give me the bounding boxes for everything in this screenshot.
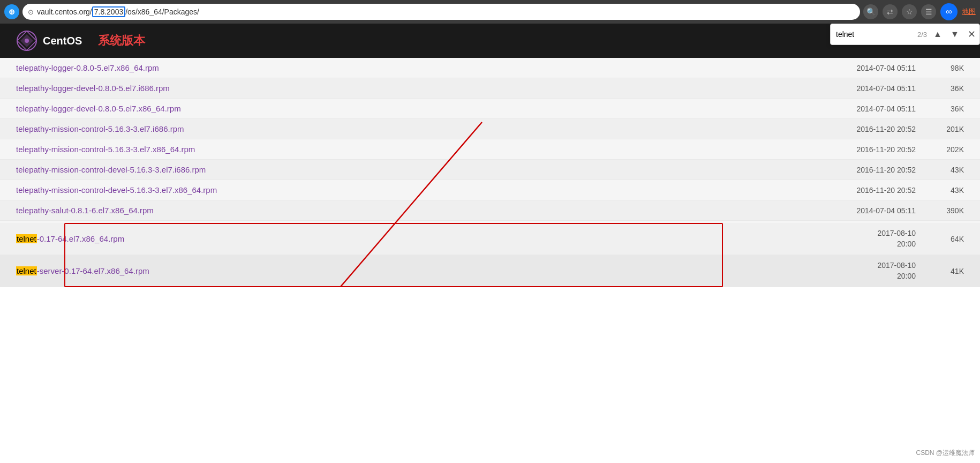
file-date: 2017-08-1020:00 (819, 260, 916, 281)
file-size: 98K (932, 64, 964, 72)
search-page-button[interactable]: 🔍 (863, 4, 878, 19)
file-link[interactable]: telepathy-logger-0.8.0-5.el7.x86_64.rpm (16, 63, 819, 72)
telnet-highlight-word: telnet (16, 234, 37, 243)
file-link[interactable]: telepathy-mission-control-devel-5.16.3-3… (16, 185, 819, 195)
svg-point-1 (25, 39, 29, 43)
file-size: 43K (932, 186, 964, 195)
file-date: 2014-07-04 05:11 (819, 64, 916, 72)
telnet-file-row: telnet-0.17-64.el7.x86_64.rpm 2017-08-10… (0, 223, 980, 255)
profile-button[interactable]: ☰ (921, 4, 936, 19)
file-size: 390K (932, 206, 964, 215)
file-size: 202K (932, 145, 964, 154)
file-row: telepathy-logger-devel-0.8.0-5.el7.x86_6… (0, 99, 980, 119)
telnet-server-file-row: telnet-server-0.17-64.el7.x86_64.rpm 201… (0, 255, 980, 287)
file-size: 36K (932, 84, 964, 93)
file-date: 2014-07-04 05:11 (819, 206, 916, 215)
address-bar[interactable]: ⊙ vault.centos.org/7.8.2003/os/x86_64/Pa… (22, 4, 860, 20)
file-link[interactable]: telepathy-logger-devel-0.8.0-5.el7.x86_6… (16, 104, 819, 113)
file-size: 41K (932, 267, 964, 275)
telnet-server-highlight-word: telnet (16, 266, 37, 275)
url-icon: ⊙ (28, 8, 34, 16)
browser-actions: 🔍 ⇄ ☆ ☰ ∞ 地图 (863, 3, 976, 20)
file-date: 2016-11-20 20:52 (819, 145, 916, 154)
url-version: 7.8.2003 (92, 6, 126, 17)
url-prefix: vault.centos.org/ (37, 8, 92, 16)
file-row: telepathy-mission-control-devel-5.16.3-3… (0, 180, 980, 200)
url-suffix: /os/x86_64/Packages/ (125, 8, 199, 16)
browser-bar: ⊕ ⊙ vault.centos.org/7.8.2003/os/x86_64/… (0, 0, 980, 24)
centos-logo-icon (16, 30, 37, 51)
centos-logo[interactable]: CentOS (16, 30, 82, 51)
file-link[interactable]: telepathy-mission-control-5.16.3-3.el7.x… (16, 145, 819, 154)
file-size: 43K (932, 166, 964, 174)
telnet-highlight-section: telnet-0.17-64.el7.x86_64.rpm 2017-08-10… (0, 223, 980, 287)
file-row: telepathy-logger-0.8.0-5.el7.x86_64.rpm … (0, 58, 980, 78)
file-size: 64K (932, 235, 964, 243)
extension-icon[interactable]: ∞ (940, 3, 958, 20)
file-row: telepathy-logger-devel-0.8.0-5.el7.i686.… (0, 78, 980, 99)
file-link[interactable]: telepathy-logger-devel-0.8.0-5.el7.i686.… (16, 84, 819, 93)
file-date: 2017-08-1020:00 (819, 228, 916, 249)
telnet-file-link[interactable]: telnet-0.17-64.el7.x86_64.rpm (16, 234, 819, 243)
find-bar: 2/3 ▲ ▼ ✕ (830, 24, 980, 45)
find-input[interactable] (836, 30, 911, 39)
file-list: telepathy-logger-0.8.0-5.el7.x86_64.rpm … (0, 58, 980, 287)
file-link[interactable]: telepathy-salut-0.8.1-6.el7.x86_64.rpm (16, 206, 819, 215)
file-row: telepathy-mission-control-5.16.3-3.el7.i… (0, 119, 980, 139)
browser-tab-icon: ⊕ (4, 4, 19, 19)
url-text: vault.centos.org/7.8.2003/os/x86_64/Pack… (37, 6, 199, 17)
file-size: 201K (932, 125, 964, 133)
bookmark-button[interactable]: ☆ (902, 4, 917, 19)
map-link[interactable]: 地图 (962, 7, 976, 17)
find-close-button[interactable]: ✕ (966, 27, 978, 41)
file-date: 2016-11-20 20:52 (819, 166, 916, 174)
find-prev-button[interactable]: ▲ (931, 28, 944, 40)
watermark: CSDN @运维魔法师 (916, 449, 975, 458)
translate-button[interactable]: ⇄ (883, 4, 898, 19)
file-row: telepathy-salut-0.8.1-6.el7.x86_64.rpm 2… (0, 200, 980, 221)
centos-text: CentOS (43, 35, 82, 47)
nav-title: 系统版本 (98, 33, 145, 49)
file-row: telepathy-mission-control-5.16.3-3.el7.x… (0, 139, 980, 160)
find-count: 2/3 (917, 31, 927, 39)
telnet-server-file-link[interactable]: telnet-server-0.17-64.el7.x86_64.rpm (16, 266, 819, 275)
file-date: 2016-11-20 20:52 (819, 125, 916, 133)
file-link[interactable]: telepathy-mission-control-devel-5.16.3-3… (16, 165, 819, 174)
file-link[interactable]: telepathy-mission-control-5.16.3-3.el7.i… (16, 124, 819, 133)
file-date: 2016-11-20 20:52 (819, 186, 916, 195)
file-date: 2014-07-04 05:11 (819, 104, 916, 113)
file-date: 2014-07-04 05:11 (819, 84, 916, 93)
file-size: 36K (932, 104, 964, 113)
file-row: telepathy-mission-control-devel-5.16.3-3… (0, 160, 980, 180)
find-next-button[interactable]: ▼ (948, 28, 961, 40)
